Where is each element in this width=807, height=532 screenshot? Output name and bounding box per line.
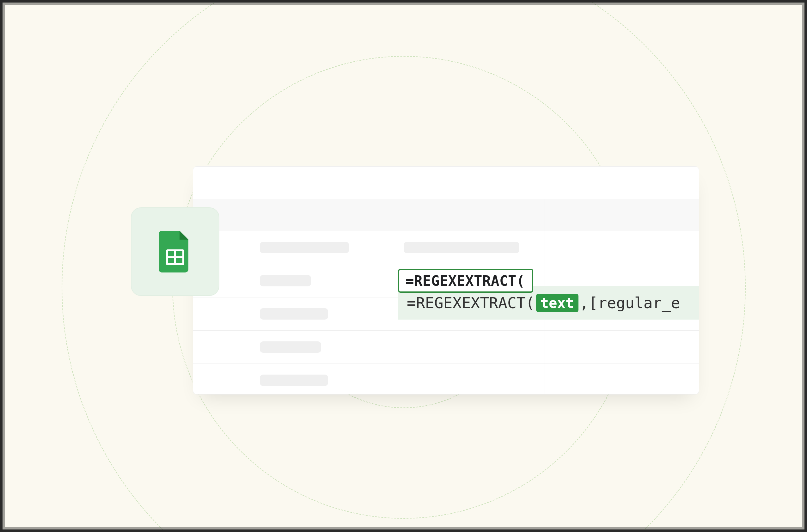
column-header[interactable]: [250, 199, 394, 231]
hint-suffix: ,[regular_e: [580, 294, 680, 312]
spreadsheet-toolbar: [193, 167, 699, 199]
cell-placeholder: [260, 375, 328, 386]
spreadsheet-row: [193, 364, 699, 395]
column-header[interactable]: [394, 199, 545, 231]
cell[interactable]: [681, 364, 699, 395]
formula-input-cell[interactable]: =REGEXEXTRACT(: [398, 269, 533, 293]
spreadsheet-row: [193, 231, 699, 264]
column-headers-row: [193, 199, 699, 231]
cell[interactable]: [250, 364, 394, 395]
spreadsheet-card: =REGEXEXTRACT( =RE: [193, 166, 699, 395]
row-header[interactable]: [193, 298, 250, 330]
cell[interactable]: [545, 231, 681, 264]
cell[interactable]: [394, 331, 545, 363]
formula-text: =REGEXEXTRACT(: [406, 273, 525, 289]
column-header[interactable]: [681, 199, 699, 231]
row-header[interactable]: [193, 364, 250, 395]
column-header[interactable]: [545, 199, 681, 231]
google-sheets-badge: [131, 207, 219, 296]
cell[interactable]: [681, 231, 699, 264]
hint-active-argument: text: [536, 294, 578, 312]
cell[interactable]: [394, 364, 545, 395]
cell-placeholder: [260, 275, 311, 286]
cell-placeholder: [260, 308, 328, 320]
google-sheets-icon: [159, 231, 192, 272]
cell[interactable]: [250, 264, 394, 297]
cell[interactable]: [545, 331, 681, 363]
cell-placeholder: [260, 242, 349, 253]
row-header[interactable]: [193, 331, 250, 363]
hint-prefix: =REGEXEXTRACT(: [407, 294, 535, 312]
cell[interactable]: [681, 331, 699, 363]
cell-placeholder: [404, 242, 519, 253]
cell[interactable]: [250, 231, 394, 264]
cell[interactable]: [545, 364, 681, 395]
cell[interactable]: [394, 231, 545, 264]
cell-placeholder: [260, 341, 321, 353]
cell[interactable]: [250, 298, 394, 330]
spreadsheet-row: [193, 331, 699, 364]
cell[interactable]: [250, 331, 394, 363]
